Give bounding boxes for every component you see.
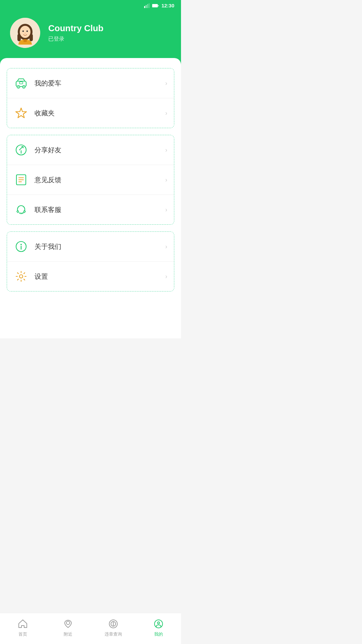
svg-rect-3	[148, 3, 149, 8]
my-car-label: 我的爱车	[35, 79, 165, 88]
svg-rect-4	[152, 4, 158, 7]
menu-group-1: 我的爱车 › 收藏夹 ›	[7, 68, 174, 128]
feedback-label: 意见反馈	[35, 175, 165, 184]
avatar[interactable]	[10, 18, 40, 48]
menu-item-my-car[interactable]: 我的爱车 ›	[7, 68, 174, 98]
svg-point-18	[18, 87, 19, 88]
car-icon	[14, 76, 28, 91]
svg-rect-1	[145, 5, 146, 8]
svg-rect-20	[19, 82, 23, 84]
menu-item-feedback[interactable]: 意见反馈 ›	[7, 165, 174, 195]
settings-label: 设置	[35, 272, 165, 281]
svg-rect-0	[144, 6, 145, 8]
share-icon	[14, 143, 28, 157]
header: Country Club 已登录	[0, 11, 181, 65]
about-label: 关于我们	[35, 242, 165, 251]
support-label: 联系客服	[35, 205, 165, 214]
menu-item-share[interactable]: 分享好友 ›	[7, 135, 174, 165]
gear-icon	[14, 269, 28, 284]
svg-point-13	[25, 33, 26, 34]
chevron-icon: ›	[165, 206, 167, 213]
share-label: 分享好友	[35, 146, 165, 155]
chevron-icon: ›	[165, 80, 167, 87]
svg-rect-8	[17, 34, 21, 41]
svg-point-10	[20, 26, 31, 38]
menu-item-support[interactable]: 联系客服 ›	[7, 195, 174, 224]
chevron-icon: ›	[165, 147, 167, 154]
menu-item-favorites[interactable]: 收藏夹 ›	[7, 98, 174, 128]
user-info: Country Club 已登录	[48, 23, 104, 43]
star-icon	[14, 106, 28, 120]
battery-icon	[152, 4, 159, 8]
user-name: Country Club	[48, 23, 104, 34]
menu-item-settings[interactable]: 设置 ›	[7, 262, 174, 291]
user-status: 已登录	[48, 36, 104, 43]
chevron-icon: ›	[165, 176, 167, 183]
chevron-icon: ›	[165, 110, 167, 117]
menu-group-2: 分享好友 › 意见反馈 ›	[7, 135, 174, 225]
headset-icon	[14, 202, 28, 217]
svg-rect-2	[147, 4, 148, 8]
svg-rect-14	[23, 39, 27, 42]
svg-point-11	[22, 31, 24, 32]
status-bar: 12:30	[0, 0, 181, 11]
chevron-icon: ›	[165, 273, 167, 280]
svg-point-19	[23, 87, 24, 88]
info-icon	[14, 239, 28, 254]
svg-marker-21	[16, 108, 26, 118]
menu-group-3: 关于我们 › 设置 ›	[7, 231, 174, 291]
main-content: 我的爱车 › 收藏夹 › 分享好友 ›	[0, 58, 181, 338]
chevron-icon: ›	[165, 243, 167, 250]
svg-point-30	[19, 275, 23, 278]
svg-rect-9	[29, 34, 33, 41]
svg-point-12	[26, 31, 28, 32]
feedback-icon	[14, 172, 28, 187]
svg-point-28	[20, 244, 22, 245]
status-time: 12:30	[162, 3, 174, 8]
favorites-label: 收藏夹	[35, 109, 165, 118]
svg-rect-5	[158, 5, 159, 6]
avatar-image	[10, 18, 40, 48]
menu-item-about[interactable]: 关于我们 ›	[7, 232, 174, 262]
signal-icon	[144, 3, 149, 8]
